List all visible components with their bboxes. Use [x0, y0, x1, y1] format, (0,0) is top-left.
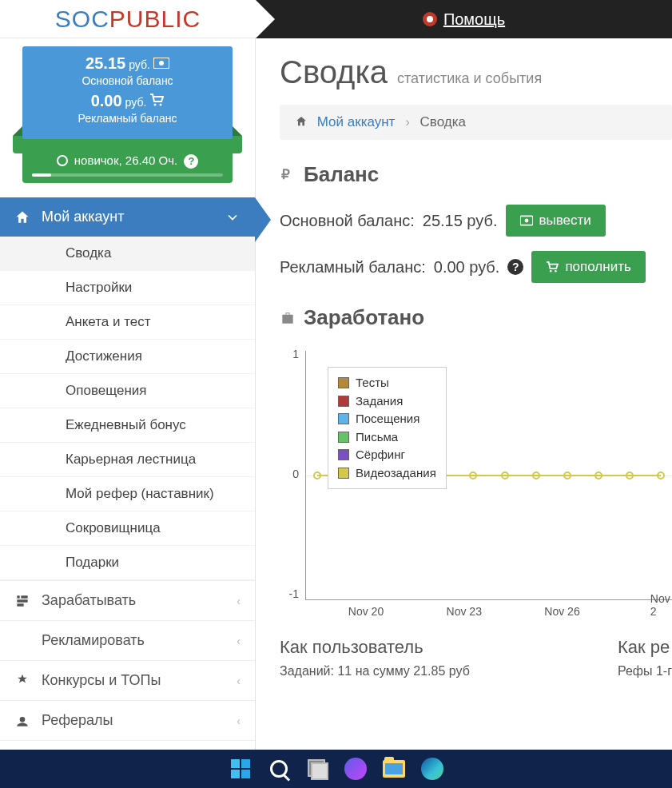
- logo-part1: SOC: [55, 6, 109, 32]
- sidebar: 25.15 руб. Основной баланс 0.00 руб. Рек…: [0, 38, 256, 750]
- sidebar-item[interactable]: Сокровищница: [0, 511, 255, 546]
- page-subtitle: статистика и события: [397, 70, 542, 87]
- ad-balance-currency: руб.: [125, 96, 147, 109]
- svg-point-8: [555, 270, 557, 273]
- y-tick: 0: [292, 468, 299, 480]
- menu-section[interactable]: Рекламировать‹: [0, 620, 255, 660]
- legend-swatch: [338, 413, 349, 424]
- y-tick: -1: [289, 587, 299, 600]
- chart-segment: [598, 475, 630, 476]
- menu-section[interactable]: Зарабатывать‹: [0, 580, 255, 620]
- taskbar-taskview[interactable]: [305, 757, 329, 781]
- sidebar-item[interactable]: Подарки: [0, 546, 255, 580]
- legend-item: Посещения: [338, 410, 436, 428]
- menu-section[interactable]: Рефералы‹: [0, 700, 255, 740]
- content: Сводка статистика и события Мой аккаунт …: [256, 38, 672, 750]
- x-tick: Nov 23: [447, 605, 482, 618]
- earned-section-title: Заработано: [280, 305, 672, 330]
- page-title: Сводка статистика и события: [280, 54, 672, 90]
- balance-card[interactable]: 25.15 руб. Основной баланс 0.00 руб. Рек…: [22, 46, 233, 139]
- level-progress: [32, 173, 223, 177]
- money-icon: [153, 58, 169, 69]
- ad-balance-amount: 0.00: [91, 92, 122, 110]
- svg-point-1: [159, 61, 164, 66]
- section-icon: [14, 593, 30, 609]
- logo-part2: PUBLIC: [109, 6, 201, 32]
- legend-swatch: [338, 449, 349, 460]
- chevron-left-icon: ‹: [237, 675, 241, 687]
- taskbar-explorer[interactable]: [382, 757, 406, 781]
- legend-swatch: [338, 377, 349, 388]
- svg-point-3: [160, 104, 162, 106]
- level-points-suffix: Оч.: [159, 153, 178, 167]
- svg-point-7: [550, 270, 552, 273]
- taskbar-search[interactable]: [267, 757, 291, 781]
- menu-account-header[interactable]: Мой аккаунт: [0, 197, 255, 237]
- sidebar-item[interactable]: Анкета и тест: [0, 305, 255, 340]
- taskbar-start[interactable]: [229, 757, 252, 781]
- x-tick: Nov 2: [650, 592, 670, 618]
- x-tick: Nov 26: [544, 605, 579, 618]
- sidebar-item[interactable]: Оповещения: [0, 374, 255, 408]
- chart-segment: [473, 475, 504, 476]
- main-bal-value: 25.15 руб.: [423, 212, 498, 230]
- legend-swatch: [338, 432, 349, 443]
- chart-segment: [536, 475, 567, 476]
- topup-button[interactable]: пополнить: [531, 251, 645, 283]
- cart-icon: [149, 94, 164, 106]
- legend-item: Видеозадания: [338, 464, 436, 483]
- briefcase-icon: [280, 310, 296, 326]
- earnings-chart: 1 0 -1 Nov 20 Nov 23 Nov 26 Nov 2 ТестыЗ…: [280, 346, 672, 618]
- logo-area[interactable]: SOCPUBLIC: [0, 0, 256, 38]
- cart-icon: [546, 261, 559, 273]
- breadcrumb-root[interactable]: Мой аккаунт: [317, 114, 396, 129]
- home-icon: [294, 115, 308, 128]
- menu-section[interactable]: Конкурсы и ТОПы‹: [0, 660, 255, 700]
- user-stats-line: Заданий: 11 на сумму 21.85 руб: [280, 664, 470, 679]
- ref-stats-title: Как ре: [618, 637, 672, 658]
- menu-account-label: Мой аккаунт: [42, 209, 124, 225]
- question-icon[interactable]: ?: [507, 259, 523, 275]
- main-balance-amount: 25.15: [85, 54, 125, 73]
- sidebar-item[interactable]: Настройки: [0, 271, 255, 305]
- money-icon: [520, 215, 533, 226]
- ad-balance-label: Рекламный баланс: [29, 112, 226, 125]
- svg-point-6: [524, 219, 528, 223]
- chart-legend: ТестыЗаданияПосещенияПисьмаСёрфингВидеоз…: [328, 367, 447, 489]
- sidebar-item[interactable]: Карьерная лестница: [0, 443, 255, 477]
- x-tick: Nov 20: [348, 605, 384, 618]
- sidebar-item[interactable]: Достижения: [0, 340, 255, 374]
- chart-segment: [505, 475, 536, 476]
- chevron-left-icon: ‹: [237, 635, 241, 647]
- level-name: новичок: [74, 153, 119, 167]
- withdraw-button[interactable]: вывести: [506, 205, 606, 237]
- legend-item: Тесты: [338, 374, 436, 392]
- chevron-down-icon: [225, 209, 241, 225]
- taskbar-chat[interactable]: [344, 757, 368, 781]
- user-stats-title: Как пользователь: [280, 637, 470, 658]
- section-icon: [14, 633, 30, 649]
- sidebar-item[interactable]: Сводка: [0, 237, 255, 271]
- question-icon[interactable]: ?: [184, 154, 198, 169]
- chevron-left-icon: ‹: [237, 714, 241, 727]
- level-ring-icon: [57, 155, 68, 166]
- balance-section-title: ₽ Баланс: [280, 162, 672, 187]
- legend-item: Задания: [338, 392, 436, 411]
- sidebar-item[interactable]: Мой рефер (наставник): [0, 477, 255, 511]
- sidebar-item[interactable]: Ежедневный бонус: [0, 408, 255, 443]
- help-link[interactable]: Помощь: [423, 10, 505, 29]
- breadcrumb: Мой аккаунт › Сводка: [280, 105, 672, 140]
- ruble-icon: ₽: [280, 167, 296, 183]
- level-points: 26.40: [125, 153, 156, 167]
- main-bal-label: Основной баланс:: [280, 212, 415, 230]
- legend-swatch: [338, 396, 349, 407]
- level-bar[interactable]: новичок, 26.40 Оч. ?: [22, 147, 233, 183]
- legend-item: Письма: [338, 428, 436, 447]
- help-label: Помощь: [443, 10, 505, 29]
- breadcrumb-sep: ›: [405, 114, 410, 129]
- chart-segment: [567, 475, 598, 476]
- page-title-main: Сводка: [280, 54, 388, 90]
- ref-stats-line: Рефы 1-г: [618, 664, 672, 679]
- y-tick: 1: [292, 348, 299, 360]
- taskbar-edge[interactable]: [420, 757, 444, 781]
